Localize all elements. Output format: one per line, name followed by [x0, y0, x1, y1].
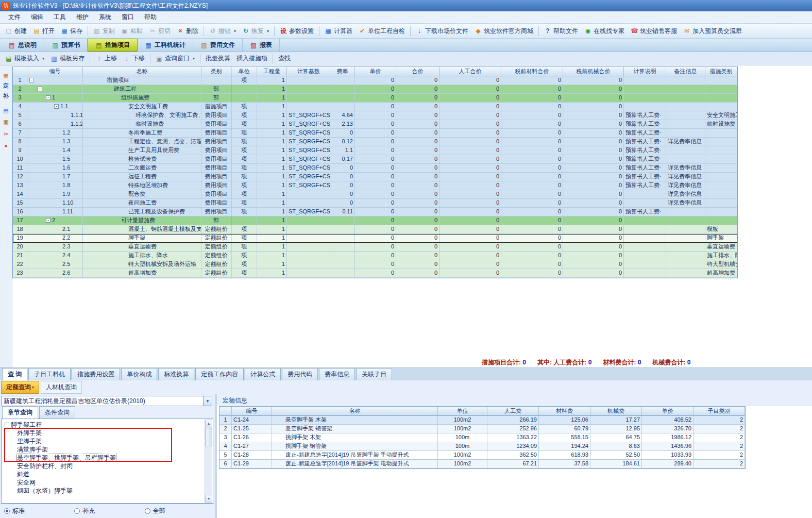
- cell-p[interactable]: 0: [355, 225, 396, 234]
- tab-rate-info[interactable]: 费率信息: [319, 368, 355, 380]
- cell-rg[interactable]: 0: [439, 260, 501, 269]
- cell-cl[interactable]: 0: [501, 252, 563, 260]
- cell-rate[interactable]: [330, 216, 355, 225]
- cell-rg[interactable]: 0: [439, 120, 501, 129]
- chevron-down-icon[interactable]: ▾: [203, 396, 212, 406]
- cell-mcat[interactable]: 施工排水、降水: [705, 252, 737, 260]
- cell-qty[interactable]: 1: [257, 94, 287, 103]
- cell-h[interactable]: 0: [396, 260, 439, 269]
- cell-cat[interactable]: 费用项目: [201, 173, 231, 181]
- cell-num[interactable]: 15: [13, 199, 27, 208]
- cell-num[interactable]: 10: [13, 155, 27, 164]
- table-row[interactable]: 1-措施项目项100000: [13, 76, 737, 85]
- cell-base[interactable]: ST_SQRGF+CS_Z: [287, 164, 330, 173]
- cell-mat[interactable]: 60.79: [539, 425, 590, 433]
- table-row[interactable]: 222.5特大型机械安拆及场外运输定额组价项100000特大型机械安拆: [13, 260, 737, 269]
- cell-cat[interactable]: 定额组价: [201, 260, 231, 269]
- tree-item[interactable]: 悬空脚手架、挑脚手架、吊栏脚手架: [2, 454, 213, 462]
- cell-mcat[interactable]: 特大型机械安拆: [705, 260, 737, 269]
- cell-qty[interactable]: 1: [257, 234, 287, 243]
- cell-rate[interactable]: [330, 76, 355, 85]
- cell-calc[interactable]: 预算书人工费·: [624, 129, 666, 138]
- cell-jx[interactable]: 0: [563, 225, 624, 234]
- cell-p[interactable]: 0: [355, 216, 396, 225]
- cell-code[interactable]: 1.4: [27, 146, 83, 155]
- cell-cat[interactable]: 费用项目: [201, 155, 231, 164]
- cell-mach[interactable]: 12.95: [590, 425, 642, 433]
- cell-code[interactable]: -2: [27, 216, 83, 225]
- cell-h[interactable]: 0: [396, 252, 439, 260]
- cell-unit[interactable]: 100m2: [438, 425, 487, 433]
- scissors-icon[interactable]: ✂: [2, 130, 10, 139]
- cell-base[interactable]: ST_SQRGF+CS_Z: [287, 146, 330, 155]
- cell-rg[interactable]: 0: [439, 94, 501, 103]
- cell-jx[interactable]: 0: [563, 234, 624, 243]
- cell-mat[interactable]: 618.93: [539, 451, 590, 460]
- cell-num[interactable]: 3: [13, 94, 27, 103]
- cell-rg[interactable]: 0: [439, 208, 501, 216]
- cell-cl[interactable]: 0: [501, 260, 563, 269]
- cell-cat[interactable]: 费用项目: [201, 146, 231, 155]
- cell-code[interactable]: 1.3: [27, 138, 83, 146]
- cell-unit[interactable]: 项: [231, 181, 257, 190]
- cell-code[interactable]: 1.8: [27, 181, 83, 190]
- cell-unit[interactable]: 100m: [438, 442, 487, 451]
- cell-calc[interactable]: [624, 199, 666, 208]
- cell-jx[interactable]: 0: [563, 190, 624, 199]
- cell-rg[interactable]: 0: [439, 155, 501, 164]
- table-row[interactable]: 101.5检验试验费费用项目项1ST_SQRGF+CS_Z0.1700000预算…: [13, 155, 737, 164]
- cell-mcat[interactable]: [705, 94, 737, 103]
- cell-base[interactable]: [287, 260, 330, 269]
- table-row[interactable]: 1C1-24悬空脚手架 木架100m2266.19125.0617.27408.…: [219, 416, 745, 425]
- cell-cat[interactable]: 定额组价: [201, 252, 231, 260]
- cell-jx[interactable]: 0: [563, 199, 624, 208]
- cell-unit[interactable]: 100m: [438, 433, 487, 442]
- cell-cl[interactable]: 0: [501, 129, 563, 138]
- cell-h[interactable]: 0: [396, 173, 439, 181]
- new-button[interactable]: ▢创建: [2, 25, 30, 37]
- column-header[interactable]: 单价: [642, 407, 693, 416]
- cell-name[interactable]: 超高增加费: [83, 269, 201, 278]
- column-header[interactable]: 人工费: [487, 407, 539, 416]
- cell-qty[interactable]: 1: [257, 138, 287, 146]
- cell-calc[interactable]: 预算书人工费·: [624, 208, 666, 216]
- cell-name[interactable]: 特大型机械安拆及场外运输: [83, 260, 201, 269]
- cell-name[interactable]: 施工排水、降水: [83, 252, 201, 260]
- table-row[interactable]: 202.3垂直运输费定额组价项100000垂直运输费: [13, 243, 737, 252]
- cell-num[interactable]: 19: [13, 234, 27, 243]
- cell-n[interactable]: 3: [219, 433, 232, 442]
- cell-h[interactable]: 0: [396, 225, 439, 234]
- cell-num[interactable]: 8: [13, 138, 27, 146]
- cell-note[interactable]: 详见费率信息: [666, 181, 705, 190]
- column-header[interactable]: 工程量: [257, 67, 287, 76]
- cell-code[interactable]: 1.5: [27, 155, 83, 164]
- scroll-down-icon[interactable]: ▼: [205, 495, 212, 503]
- cell-unit[interactable]: [231, 216, 257, 225]
- cell-cat[interactable]: 措施项目: [201, 103, 231, 111]
- expand-collapse-box[interactable]: -: [38, 87, 42, 91]
- cell-mat[interactable]: 37.58: [539, 460, 590, 469]
- cell-cat[interactable]: 定额组价: [201, 243, 231, 252]
- cell-calc[interactable]: [624, 234, 666, 243]
- cell-num[interactable]: 14: [13, 190, 27, 199]
- cell-code[interactable]: C1-25: [232, 425, 272, 433]
- cell-jx[interactable]: 0: [563, 85, 624, 94]
- cell-rg[interactable]: 0: [439, 103, 501, 111]
- cell-h[interactable]: 0: [396, 216, 439, 225]
- column-header[interactable]: 税前材料合价: [501, 67, 563, 76]
- cell-h[interactable]: 0: [396, 76, 439, 85]
- cell-jx[interactable]: 0: [563, 111, 624, 120]
- cell-note[interactable]: [666, 225, 705, 234]
- column-header[interactable]: 人工合价: [439, 67, 501, 76]
- cell-base[interactable]: ST_SQRGF+CS_Z: [287, 129, 330, 138]
- cell-h[interactable]: 0: [396, 146, 439, 155]
- cell-note[interactable]: 详见费率信息: [666, 190, 705, 199]
- cell-name[interactable]: 废止-新建总造字[2014]19 吊篮脚手架 电动提升式: [272, 460, 438, 469]
- column-header[interactable]: 单位: [231, 67, 257, 76]
- cell-note[interactable]: [666, 260, 705, 269]
- cell-rg[interactable]: 0: [439, 252, 501, 260]
- cell-jx[interactable]: 0: [563, 208, 624, 216]
- cell-mcat[interactable]: 临时设施费: [705, 120, 737, 129]
- cell-name[interactable]: 组织措施费: [83, 94, 201, 103]
- menu-item[interactable]: 文件: [3, 11, 26, 23]
